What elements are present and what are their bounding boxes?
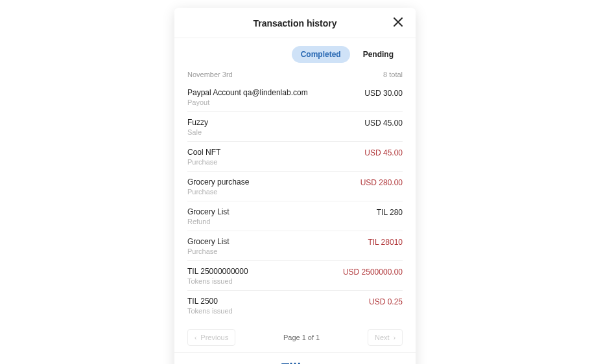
transaction-amount: USD 45.00 bbox=[364, 119, 403, 128]
transaction-title: Grocery List bbox=[187, 207, 230, 216]
transaction-subtitle: Purchase bbox=[187, 247, 230, 255]
transaction-info: Paypal Account qa@lindenlab.comPayout bbox=[187, 88, 308, 106]
transaction-list: Paypal Account qa@lindenlab.comPayoutUSD… bbox=[174, 82, 416, 320]
tabs: Completed Pending bbox=[174, 38, 416, 63]
transaction-amount: TIL 28010 bbox=[368, 238, 403, 247]
header: Transaction history bbox=[174, 8, 416, 38]
transaction-amount: USD 280.00 bbox=[360, 178, 403, 187]
transaction-amount: USD 2500000.00 bbox=[343, 267, 403, 277]
transaction-subtitle: Tokens issued bbox=[187, 307, 233, 315]
transaction-amount: USD 30.00 bbox=[364, 89, 403, 98]
transaction-subtitle: Purchase bbox=[187, 158, 220, 166]
transaction-row[interactable]: Paypal Account qa@lindenlab.comPayoutUSD… bbox=[187, 82, 403, 112]
next-button[interactable]: Next › bbox=[368, 329, 403, 346]
transaction-subtitle: Refund bbox=[187, 218, 230, 225]
transaction-subtitle: Payout bbox=[187, 98, 308, 106]
transaction-row[interactable]: FuzzySaleUSD 45.00 bbox=[187, 112, 403, 142]
transaction-info: Grocery ListRefund bbox=[187, 207, 230, 225]
transaction-info: TIL 25000000000Tokens issued bbox=[187, 267, 248, 285]
transaction-row[interactable]: Grocery purchasePurchaseUSD 280.00 bbox=[187, 172, 403, 201]
chevron-left-icon: ‹ bbox=[195, 334, 196, 341]
section-total: 8 total bbox=[383, 71, 403, 78]
transaction-title: Paypal Account qa@lindenlab.com bbox=[187, 88, 308, 97]
transaction-amount: TIL 280 bbox=[377, 208, 403, 217]
transaction-subtitle: Tokens issued bbox=[187, 277, 248, 285]
transaction-row[interactable]: Cool NFTPurchaseUSD 45.00 bbox=[187, 142, 403, 172]
tab-pending[interactable]: Pending bbox=[354, 46, 403, 63]
footer: Tilia Terms of Service · Privacy Policy bbox=[174, 352, 416, 364]
transaction-history-card: Transaction history Completed Pending No… bbox=[174, 8, 416, 364]
transaction-title: Cool NFT bbox=[187, 148, 220, 157]
page-title: Transaction history bbox=[253, 18, 336, 28]
tab-completed[interactable]: Completed bbox=[292, 46, 350, 63]
transaction-info: Grocery purchasePurchase bbox=[187, 177, 249, 196]
close-button[interactable] bbox=[392, 17, 404, 28]
transaction-row[interactable]: Grocery ListPurchaseTIL 28010 bbox=[187, 231, 403, 261]
transaction-amount: USD 45.00 bbox=[364, 148, 403, 157]
pager: ‹ Previous Page 1 of 1 Next › bbox=[174, 320, 416, 352]
transaction-subtitle: Purchase bbox=[187, 188, 249, 196]
transaction-info: TIL 2500Tokens issued bbox=[187, 297, 233, 315]
transaction-info: FuzzySale bbox=[187, 118, 208, 136]
section-date: November 3rd bbox=[187, 71, 233, 78]
brand-logo: Tilia bbox=[187, 361, 403, 364]
transaction-title: TIL 25000000000 bbox=[187, 267, 248, 276]
transaction-info: Grocery ListPurchase bbox=[187, 237, 230, 255]
previous-label: Previous bbox=[200, 334, 228, 341]
transaction-row[interactable]: TIL 2500Tokens issuedUSD 0.25 bbox=[187, 291, 403, 320]
transaction-title: Fuzzy bbox=[187, 118, 208, 127]
transaction-amount: USD 0.25 bbox=[369, 297, 403, 306]
close-icon bbox=[394, 17, 403, 28]
previous-button[interactable]: ‹ Previous bbox=[187, 329, 235, 346]
transaction-title: Grocery List bbox=[187, 237, 230, 246]
pager-status: Page 1 of 1 bbox=[283, 334, 320, 341]
section-header: November 3rd 8 total bbox=[174, 63, 416, 82]
transaction-info: Cool NFTPurchase bbox=[187, 148, 220, 166]
transaction-row[interactable]: Grocery ListRefundTIL 280 bbox=[187, 201, 403, 231]
next-label: Next bbox=[375, 334, 390, 341]
transaction-title: TIL 2500 bbox=[187, 297, 233, 306]
transaction-row[interactable]: TIL 25000000000Tokens issuedUSD 2500000.… bbox=[187, 261, 403, 291]
transaction-title: Grocery purchase bbox=[187, 177, 249, 187]
chevron-right-icon: › bbox=[394, 334, 395, 341]
transaction-subtitle: Sale bbox=[187, 128, 208, 136]
